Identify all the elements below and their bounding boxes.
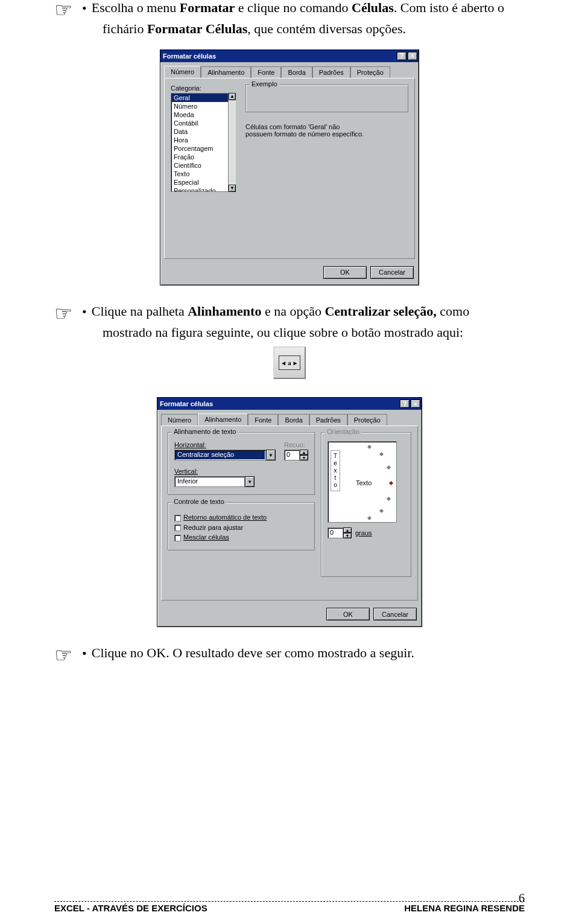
help-button[interactable]: ? bbox=[397, 52, 407, 60]
tab-protecao[interactable]: Proteção bbox=[347, 414, 387, 426]
scroll-down-icon[interactable]: ▼ bbox=[229, 185, 236, 192]
list-item[interactable]: Contábil bbox=[171, 119, 228, 127]
p2-t3: como bbox=[437, 304, 469, 319]
category-description: Células com formato 'Geral' não possuem … bbox=[245, 123, 366, 138]
shrink-to-fit-checkbox[interactable] bbox=[174, 524, 181, 531]
tab-numero[interactable]: Número bbox=[164, 66, 201, 78]
shrink-to-fit-label: Reduzir para ajustar bbox=[183, 524, 243, 531]
tab-protecao[interactable]: Proteção bbox=[350, 66, 390, 78]
tab-strip: Número Alinhamento Fonte Borda Padrões P… bbox=[160, 62, 419, 78]
close-button[interactable]: × bbox=[408, 52, 417, 60]
vertical-label: Vertical: bbox=[174, 468, 198, 475]
list-item[interactable]: Fração bbox=[171, 153, 228, 161]
tab-alinhamento[interactable]: Alinhamento bbox=[201, 66, 251, 78]
tab-borda[interactable]: Borda bbox=[281, 66, 312, 78]
orientation-diagram[interactable]: T e x t o Texto bbox=[327, 441, 397, 523]
list-item[interactable]: Científico bbox=[171, 161, 228, 170]
cancel-button[interactable]: Cancelar bbox=[370, 266, 414, 279]
tab-fonte[interactable]: Fonte bbox=[248, 414, 278, 426]
orientation-vertical-text[interactable]: T e x t o bbox=[331, 450, 340, 491]
p2-word-centralizar: Centralizar seleção, bbox=[324, 304, 436, 319]
dialog-titlebar[interactable]: Formatar células ? × bbox=[160, 50, 419, 62]
spinner-up-icon[interactable]: ▲ bbox=[343, 527, 352, 533]
merge-and-center-icon[interactable]: ◄ a ► bbox=[273, 346, 306, 379]
ok-button[interactable]: OK bbox=[323, 266, 367, 279]
horizontal-label: Horizontal: bbox=[174, 441, 206, 448]
dialog-titlebar[interactable]: Formatar células ? × bbox=[157, 398, 422, 410]
merge-cells-label: Mesclar células bbox=[183, 534, 229, 541]
merge-cells-checkbox[interactable] bbox=[174, 535, 181, 541]
wrap-text-checkbox[interactable] bbox=[174, 515, 181, 521]
listbox-scrollbar[interactable]: ▲ ▼ bbox=[229, 93, 236, 192]
paragraph-2-cont: mostrado na figura seguinte, ou clique s… bbox=[54, 324, 525, 341]
format-cells-dialog-number: Formatar células ? × Número Alinhamento … bbox=[160, 49, 419, 285]
horizontal-combobox[interactable]: Centralizar seleção bbox=[174, 450, 266, 460]
category-label: Categoria: bbox=[171, 84, 238, 92]
tab-numero[interactable]: Número bbox=[161, 414, 198, 426]
chevron-down-icon[interactable]: ▼ bbox=[266, 450, 276, 460]
footer-right: HELENA REGINA RESENDE bbox=[404, 903, 525, 913]
p1-t5: , que contém diversas opções. bbox=[247, 21, 406, 36]
paragraph-1: Escolha o menu Formatar e clique no coma… bbox=[92, 0, 504, 16]
tab-borda[interactable]: Borda bbox=[278, 414, 309, 426]
recuo-spinner[interactable]: 0 bbox=[284, 450, 300, 460]
spinner-down-icon[interactable]: ▼ bbox=[300, 455, 308, 460]
spinner-up-icon[interactable]: ▲ bbox=[300, 450, 308, 455]
p2-t2: e na opção bbox=[261, 304, 324, 319]
vertical-combobox[interactable]: Inferior bbox=[174, 476, 245, 487]
hand-icon: ☞ bbox=[54, 645, 75, 666]
p1-word-celulas: Células bbox=[352, 0, 394, 15]
list-item[interactable]: Número bbox=[171, 102, 228, 110]
p2-t4: mostrado na figura seguinte, ou clique s… bbox=[103, 325, 463, 340]
footer-divider bbox=[54, 901, 525, 902]
tab-padroes[interactable]: Padrões bbox=[309, 414, 347, 426]
p2-word-alinhamento: Alinhamento bbox=[188, 304, 261, 319]
hand-icon: ☞ bbox=[54, 0, 75, 21]
letter-a-icon: a bbox=[286, 359, 293, 366]
list-item[interactable]: Hora bbox=[171, 136, 228, 144]
ok-button[interactable]: OK bbox=[326, 608, 370, 620]
page-footer: 6 EXCEL - ATRAVÉS DE EXERCÍCIOS HELENA R… bbox=[54, 901, 525, 913]
spinner-down-icon[interactable]: ▼ bbox=[343, 533, 352, 538]
format-cells-dialog-alignment: Formatar células ? × Número Alinhamento … bbox=[157, 397, 422, 627]
p1-t2: e clique no comando bbox=[235, 0, 352, 15]
chevron-down-icon[interactable]: ▼ bbox=[245, 476, 255, 487]
recuo-label: Recuo: bbox=[284, 441, 308, 448]
category-listbox[interactable]: Geral Número Moeda Contábil Data Hora Po… bbox=[171, 93, 229, 192]
list-item[interactable]: Data bbox=[171, 127, 228, 136]
orientation-word: Texto bbox=[356, 479, 372, 486]
arrow-right-icon: ► bbox=[293, 360, 299, 366]
list-item[interactable]: Especial bbox=[171, 178, 228, 186]
p1-t3: . Com isto é aberto o bbox=[394, 0, 504, 15]
bullet-icon: • bbox=[78, 304, 88, 320]
p1-word-formatar: Formatar bbox=[180, 0, 235, 15]
page-number: 6 bbox=[519, 891, 525, 905]
scroll-up-icon[interactable]: ▲ bbox=[229, 93, 236, 100]
list-item[interactable]: Porcentagem bbox=[171, 144, 228, 153]
paragraph-3: Clique no OK. O resultado deve ser como … bbox=[92, 645, 414, 661]
text-control-group-label: Controle de texto bbox=[172, 498, 226, 505]
list-item[interactable]: Personalizado bbox=[171, 186, 228, 192]
p1-t1: Escolha o menu bbox=[92, 0, 180, 15]
list-item[interactable]: Geral bbox=[171, 94, 228, 102]
cancel-button[interactable]: Cancelar bbox=[373, 608, 417, 620]
p2-t1: Clique na palheta bbox=[92, 304, 188, 319]
tab-padroes[interactable]: Padrões bbox=[312, 66, 350, 78]
tab-alinhamento[interactable]: Alinhamento bbox=[198, 413, 248, 425]
orientation-group-label: Orientação bbox=[325, 428, 361, 435]
footer-left: EXCEL - ATRAVÉS DE EXERCÍCIOS bbox=[54, 903, 207, 913]
tab-strip: Número Alinhamento Fonte Borda Padrões P… bbox=[157, 410, 422, 425]
p1-t4: fichário bbox=[103, 21, 147, 36]
help-button[interactable]: ? bbox=[400, 400, 410, 408]
degrees-spinner[interactable]: 0 bbox=[327, 527, 343, 538]
list-item[interactable]: Moeda bbox=[171, 110, 228, 119]
p1-word-formatar-celulas: Formatar Células bbox=[147, 21, 247, 36]
close-button[interactable]: × bbox=[411, 400, 420, 408]
arrow-left-icon: ◄ bbox=[280, 360, 286, 366]
dialog-title: Formatar células bbox=[160, 400, 213, 407]
dialog-title: Formatar células bbox=[163, 53, 216, 60]
paragraph-2: Clique na palheta Alinhamento e na opção… bbox=[92, 304, 525, 319]
degrees-label: graus bbox=[355, 529, 372, 537]
tab-fonte[interactable]: Fonte bbox=[251, 66, 281, 78]
list-item[interactable]: Texto bbox=[171, 170, 228, 178]
